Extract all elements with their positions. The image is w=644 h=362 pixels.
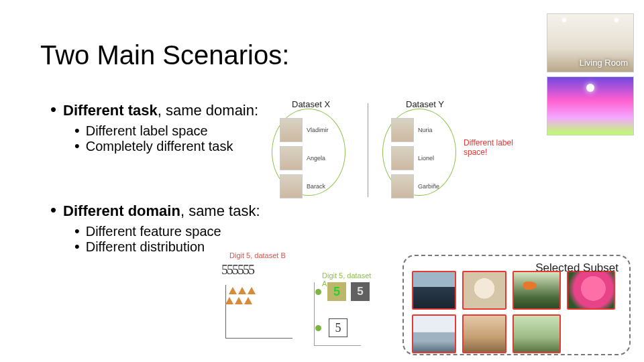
figure-selected-subset: Selected Subset <box>402 255 631 355</box>
face-name: Barack <box>307 183 325 190</box>
face-x-3: Barack <box>280 174 325 198</box>
scenario-1-heading: • Different task, same domain: <box>50 101 258 119</box>
thumb-flower <box>567 271 615 310</box>
thumb-bird-2 <box>513 314 561 353</box>
face-x-2: Angela <box>280 146 325 170</box>
digit-sample-a1: 5 <box>327 282 346 301</box>
bullet-dot: • <box>50 101 56 118</box>
face-name: Lionel <box>418 155 434 162</box>
scenario-2-rest: , same task: <box>180 202 260 219</box>
point-marker <box>315 289 321 295</box>
thumb-ship <box>412 314 456 353</box>
scenario-1-rest: , same domain: <box>158 102 258 119</box>
digit-b-label: Digit 5, dataset B <box>229 251 286 259</box>
face-y-2: Lionel <box>391 146 434 170</box>
bullet-dot: • <box>74 139 80 154</box>
bullet-dot: • <box>74 123 80 138</box>
face-name: Garbiñe <box>418 183 439 190</box>
slide-title: Two Main Scenarios: <box>40 40 289 70</box>
thumb-cat <box>462 314 506 353</box>
bullet-dot: • <box>50 201 56 219</box>
room-photo-natural: Living Room <box>547 13 634 72</box>
figure-face-datasets: Dataset X Dataset Y Vladimir Angela Bara… <box>272 99 473 200</box>
face-name: Nuria <box>418 127 433 133</box>
dataset-divider <box>368 103 368 197</box>
scenario-1-sub-2-text: Completely different task <box>86 139 233 154</box>
face-thumb <box>391 118 414 142</box>
face-y-3: Garbiñe <box>391 174 439 198</box>
face-y-1: Nuria <box>391 118 433 142</box>
dataset-x-label: Dataset X <box>292 99 330 109</box>
thumb-empty <box>567 314 615 353</box>
scenario-2-strong: Different domain <box>63 202 180 219</box>
thumb-bird <box>513 271 561 310</box>
scenario-1-sub-1: •Different label space <box>74 123 258 139</box>
face-name: Angela <box>307 155 325 162</box>
point-marker <box>315 325 321 331</box>
handwritten-fives: 555555 <box>221 262 254 278</box>
bullet-dot: • <box>74 224 80 239</box>
scenario-1: • Different task, same domain: •Differen… <box>50 101 258 154</box>
scenario-2: • Different domain, same task: •Differen… <box>50 201 260 255</box>
face-thumb <box>391 174 414 198</box>
thumb-dog <box>462 271 506 310</box>
figure-digit-datasets: Digit 5, dataset B Digit 5, dataset A 55… <box>221 251 376 359</box>
face-thumb <box>391 146 414 170</box>
subset-grid <box>412 271 621 353</box>
different-label-space-callout: Different label space! <box>464 138 531 158</box>
face-name: Vladimir <box>307 127 329 133</box>
scenario-2-sub-2-text: Different distribution <box>86 239 205 255</box>
scenario-1-sub-1-text: Different label space <box>86 123 208 139</box>
figure-rooms: Living Room <box>547 13 634 139</box>
face-thumb <box>280 118 303 142</box>
room-caption: Living Room <box>580 58 628 68</box>
scenario-2-heading: • Different domain, same task: <box>50 201 260 220</box>
scenario-1-strong: Different task <box>63 102 158 119</box>
face-x-1: Vladimir <box>280 118 329 142</box>
digit-sample-a2: 5 <box>351 282 370 301</box>
bullet-dot: • <box>74 239 80 254</box>
digit-sample-a3: 5 <box>329 318 347 337</box>
dataset-y-label: Dataset Y <box>406 99 444 109</box>
face-thumb <box>280 174 303 198</box>
scenario-1-sub-2: •Completely different task <box>74 139 258 154</box>
scenario-2-sub-1-text: Different feature space <box>86 224 221 239</box>
scenario-2-sub-1: •Different feature space <box>74 224 260 239</box>
thumb-car <box>412 271 456 310</box>
triangle-cluster <box>228 286 256 306</box>
face-thumb <box>280 146 303 170</box>
room-photo-synthetic <box>547 76 634 135</box>
